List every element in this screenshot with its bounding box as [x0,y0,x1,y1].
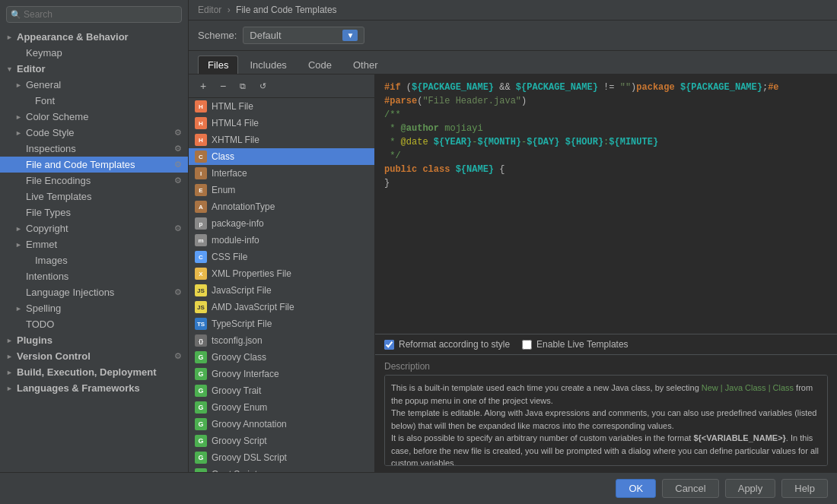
file-item-groovy-annotation[interactable]: GGroovy Annotation [189,416,374,433]
file-item-label: Groovy Class [212,352,266,363]
sidebar-item-font[interactable]: Font [0,93,188,109]
file-item-groovy-trait[interactable]: GGroovy Trait [189,382,374,399]
sidebar-item-todo[interactable]: TODO [0,316,188,332]
sidebar-item-plugins[interactable]: Plugins [0,332,188,348]
file-item-module-info[interactable]: mmodule-info [189,232,374,249]
file-item-groovy-dsl-script[interactable]: GGroovy DSL Script [189,449,374,466]
sidebar-item-label: Spelling [26,303,182,314]
sidebar-item-appearance[interactable]: Appearance & Behavior [0,29,188,45]
code-content[interactable]: #if (${PACKAGE_NAME} && ${PACKAGE_NAME} … [375,74,837,334]
sidebar-item-images[interactable]: Images [0,252,188,268]
file-item-label: Enum [212,185,235,195]
file-item-class[interactable]: CClass [189,148,374,165]
file-item-css-file[interactable]: CCSS File [189,249,374,265]
settings-icon: ⚙ [174,144,182,154]
file-item-label: tsconfig.json [212,335,263,346]
file-item-annotation-type[interactable]: AAnnotationType [189,198,374,215]
file-icon-js: JS [195,301,207,313]
breadcrumb: Editor › File and Code Templates [189,0,837,21]
add-button[interactable]: + [195,78,212,94]
sidebar-item-label: Code Style [26,127,171,138]
sidebar-item-file-code-templates[interactable]: File and Code Templates⚙ [0,157,188,173]
remove-button[interactable]: − [215,78,231,94]
file-item-xml-props[interactable]: XXML Properties File [189,265,374,282]
tree-arrow-icon [6,337,15,344]
tab-code[interactable]: Code [298,55,342,74]
sidebar-item-copyright[interactable]: Copyright⚙ [0,220,188,236]
file-item-label: AMD JavaScript File [212,302,294,312]
file-item-html-file[interactable]: HHTML File [189,98,374,115]
file-icon-groovy: G [195,368,207,380]
sidebar-item-live-templates[interactable]: Live Templates [0,189,188,204]
file-item-groovy-script[interactable]: GGroovy Script [189,433,374,449]
file-item-html4-file[interactable]: HHTML4 File [189,115,374,132]
sidebar-item-inspections[interactable]: Inspections⚙ [0,141,188,157]
live-templates-checkbox-row[interactable]: Enable Live Templates [522,339,629,350]
file-item-package-info[interactable]: ppackage-info [189,215,374,232]
sidebar-item-label: Build, Execution, Deployment [17,366,182,378]
search-box[interactable]: 🔍 [6,6,182,23]
tree-arrow-icon [6,33,15,41]
sidebar-item-build-exec-deploy[interactable]: Build, Execution, Deployment [0,364,188,380]
sidebar-item-file-types[interactable]: File Types [0,204,188,220]
code-line: } [384,176,828,190]
tab-includes[interactable]: Includes [240,55,296,74]
sidebar-item-label: TODO [26,319,182,330]
settings-dialog: 🔍 Appearance & BehaviorKeymapEditorGener… [0,0,837,504]
file-icon-html: H [195,117,207,129]
file-item-ts-file[interactable]: TSTypeScript File [189,315,374,332]
sidebar: 🔍 Appearance & BehaviorKeymapEditorGener… [0,0,189,472]
search-input[interactable] [6,6,182,23]
sidebar-item-color-scheme[interactable]: Color Scheme [0,109,188,125]
sidebar-item-version-control[interactable]: Version Control⚙ [0,348,188,364]
sidebar-item-spelling[interactable]: Spelling [0,300,188,316]
code-line: */ [384,149,828,163]
file-item-groovy-enum[interactable]: GGroovy Enum [189,399,374,416]
file-item-js-file[interactable]: JSJavaScript File [189,282,374,299]
sidebar-item-keymap[interactable]: Keymap [0,45,188,61]
scheme-row: Scheme: Default ▼ [189,21,837,51]
file-item-label: Groovy Interface [212,369,279,379]
file-item-tsconfig[interactable]: {}tsconfig.json [189,332,374,349]
file-icon-json: {} [195,334,207,347]
file-item-gant-script[interactable]: GGant Script [189,466,374,472]
sidebar-item-label: Font [35,95,182,106]
file-item-xhtml-file[interactable]: HXHTML File [189,132,374,148]
file-item-label: Groovy DSL Script [212,452,287,463]
tree-arrow-icon [15,113,24,121]
scheme-dropdown[interactable]: Default ▼ [243,27,364,44]
sidebar-item-emmet[interactable]: Emmet [0,236,188,252]
file-item-groovy-interface[interactable]: GGroovy Interface [189,366,374,382]
file-item-groovy-class[interactable]: GGroovy Class [189,349,374,366]
copy-button[interactable]: ⧉ [234,78,251,94]
sidebar-item-label: Emmet [26,239,182,250]
description-section: Description This is a built-in template … [375,354,837,472]
ok-button[interactable]: OK [616,479,656,498]
tab-other[interactable]: Other [343,55,388,74]
sidebar-item-file-encodings[interactable]: File Encodings⚙ [0,173,188,189]
reformat-checkbox[interactable] [384,340,394,350]
sidebar-item-label: Images [35,255,182,266]
sidebar-item-code-style[interactable]: Code Style⚙ [0,125,188,141]
file-item-interface[interactable]: IInterface [189,165,374,182]
sidebar-item-general[interactable]: General [0,77,188,93]
live-templates-checkbox[interactable] [522,340,532,350]
file-item-amd-js[interactable]: JSAMD JavaScript File [189,299,374,315]
file-item-enum[interactable]: EEnum [189,182,374,198]
reset-button[interactable]: ↺ [254,78,271,94]
sidebar-item-language-injections[interactable]: Language Injections⚙ [0,284,188,300]
sidebar-item-intentions[interactable]: Intentions [0,268,188,284]
description-box: This is a built-in template used each ti… [384,375,828,466]
apply-button[interactable]: Apply [725,479,776,498]
sidebar-item-label: Live Templates [26,191,182,202]
sidebar-item-editor[interactable]: Editor [0,61,188,77]
help-button[interactable]: Help [781,479,828,498]
cancel-button[interactable]: Cancel [662,479,718,498]
sidebar-item-label: General [26,79,182,90]
tab-files[interactable]: Files [198,55,238,74]
file-item-label: module-info [212,235,259,246]
sidebar-item-languages-frameworks[interactable]: Languages & Frameworks [0,380,188,396]
reformat-checkbox-row[interactable]: Reformat according to style [384,339,510,350]
file-item-label: XML Properties File [212,268,291,279]
file-item-label: Class [212,151,234,162]
